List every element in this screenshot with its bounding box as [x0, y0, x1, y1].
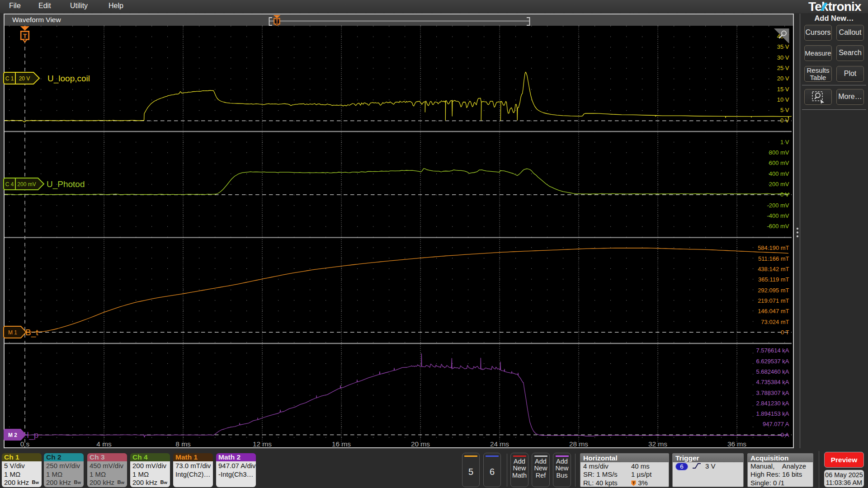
svg-text:-200 mV: -200 mV	[767, 202, 789, 209]
svg-text:5.682460 kA: 5.682460 kA	[756, 368, 789, 375]
svg-text:365.119 mT: 365.119 mT	[758, 276, 789, 283]
svg-text:20 ms: 20 ms	[411, 440, 430, 448]
svg-text:C 4: C 4	[5, 181, 14, 188]
svg-text:I_p: I_p	[27, 430, 38, 440]
svg-text:30 V: 30 V	[777, 54, 789, 61]
svg-text:M 2: M 2	[8, 432, 17, 438]
svg-text:800 mV: 800 mV	[769, 149, 789, 156]
svg-text:35 V: 35 V	[777, 43, 789, 50]
svg-text:0 V: 0 V	[780, 191, 789, 198]
svg-text:16 ms: 16 ms	[332, 440, 351, 448]
svg-text:0 T: 0 T	[781, 329, 789, 336]
svg-text:73.024 mT: 73.024 mT	[761, 319, 789, 325]
svg-text:36 ms: 36 ms	[727, 440, 746, 448]
svg-text:947.077 A: 947.077 A	[763, 421, 789, 427]
svg-text:20 V: 20 V	[19, 75, 30, 82]
svg-text:0 V: 0 V	[780, 117, 789, 124]
svg-text:-400 mV: -400 mV	[767, 212, 789, 219]
svg-text:-600 mV: -600 mV	[767, 223, 789, 230]
svg-text:28 ms: 28 ms	[569, 440, 588, 448]
svg-text:10 V: 10 V	[777, 96, 789, 103]
svg-text:146.047 mT: 146.047 mT	[758, 308, 789, 314]
svg-text:4 ms: 4 ms	[96, 440, 112, 448]
svg-text:219.071 mT: 219.071 mT	[758, 297, 789, 304]
svg-text:5 V: 5 V	[780, 107, 789, 113]
svg-text:7.576614 kA: 7.576614 kA	[756, 347, 789, 354]
svg-text:C 1: C 1	[5, 75, 14, 82]
svg-text:U_Photod: U_Photod	[47, 179, 85, 189]
svg-text:32 ms: 32 ms	[648, 440, 667, 448]
svg-text:M 1: M 1	[8, 329, 17, 336]
svg-text:584.190 mT: 584.190 mT	[758, 244, 789, 251]
svg-text:438.142 mT: 438.142 mT	[758, 266, 789, 272]
svg-text:0 s: 0 s	[20, 440, 30, 448]
svg-text:200 mV: 200 mV	[769, 181, 789, 188]
svg-text:1.894153 kA: 1.894153 kA	[756, 410, 789, 417]
svg-text:T: T	[23, 33, 27, 39]
svg-text:292.095 mT: 292.095 mT	[758, 287, 789, 294]
svg-text:200 mV: 200 mV	[17, 181, 36, 188]
svg-text:25 V: 25 V	[777, 65, 789, 71]
svg-text:12 ms: 12 ms	[253, 440, 272, 448]
svg-text:0 A: 0 A	[781, 432, 789, 438]
svg-text:Tektronix: Tektronix	[808, 0, 862, 14]
svg-text:15 V: 15 V	[777, 86, 789, 93]
svg-text:U_loop,coil: U_loop,coil	[47, 74, 90, 84]
svg-text:T: T	[632, 480, 635, 485]
svg-text:600 mV: 600 mV	[769, 160, 789, 166]
svg-text:511.166 mT: 511.166 mT	[758, 255, 789, 262]
svg-text:20 V: 20 V	[777, 75, 789, 82]
svg-text:8 ms: 8 ms	[175, 440, 191, 448]
svg-text:3.788307 kA: 3.788307 kA	[756, 389, 789, 396]
svg-text:B_t: B_t	[25, 328, 38, 338]
svg-text:4.735384 kA: 4.735384 kA	[756, 379, 789, 385]
svg-text:24 ms: 24 ms	[490, 440, 509, 448]
svg-text:400 mV: 400 mV	[769, 170, 789, 177]
svg-text:6.629537 kA: 6.629537 kA	[756, 358, 789, 365]
svg-text:2.841230 kA: 2.841230 kA	[756, 400, 789, 407]
svg-text:1 V: 1 V	[780, 139, 789, 145]
